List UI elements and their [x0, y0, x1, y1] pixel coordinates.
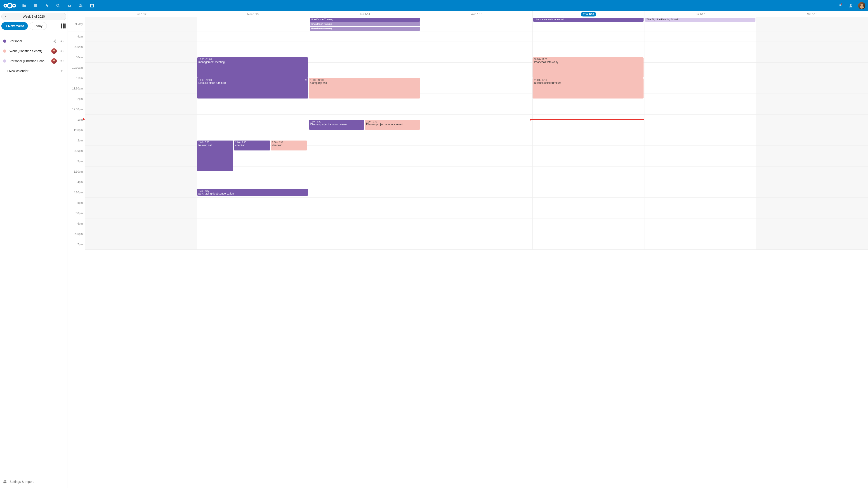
calendar-name: Personal	[9, 39, 53, 43]
event-time: 4:20 - 4:40	[198, 190, 307, 192]
day-column[interactable]	[756, 31, 868, 250]
svg-point-7	[850, 4, 852, 6]
user-avatar[interactable]	[858, 2, 865, 9]
calendar-more-icon[interactable]: •••	[59, 49, 64, 53]
time-label: 3:30pm	[68, 166, 85, 177]
event-time: 11:00 - 12:00	[310, 79, 418, 81]
day-header[interactable]: Sat 1/18	[756, 11, 868, 17]
nextcloud-logo[interactable]	[3, 2, 17, 9]
calendar-item[interactable]: Personal•••	[1, 36, 66, 46]
day-header[interactable]: Fri 1/17	[644, 11, 756, 17]
calendar-event[interactable]: 10:00 - 11:00management meeting	[197, 57, 308, 78]
time-label: 6:30pm	[68, 229, 85, 239]
event-time: 11:00 - 12:00	[534, 79, 642, 81]
calendar-color-dot	[3, 50, 6, 53]
time-label: 4pm	[68, 177, 85, 187]
svg-point-1	[4, 4, 7, 7]
reminder-bell-icon	[305, 79, 307, 81]
calendar-item[interactable]: Personal (Christine Scho...•••	[1, 56, 66, 66]
time-label: 11am	[68, 73, 85, 84]
mail-icon[interactable]	[64, 0, 75, 11]
allday-event[interactable]: Line dance training	[310, 22, 420, 26]
day-column[interactable]: 11:00 - 12:00Company call1:00 - 1:30Disc…	[309, 31, 421, 250]
plus-icon: +	[59, 68, 64, 74]
allday-cell[interactable]	[197, 17, 309, 31]
allday-event[interactable]: Line dance main rehearsal	[533, 18, 644, 22]
contacts-menu-icon[interactable]	[846, 0, 856, 11]
topbar	[0, 0, 868, 11]
day-column[interactable]: 10:00 - 11:00Phonecall with Abby11:00 - …	[532, 31, 644, 250]
day-header[interactable]: Mon 1/13	[197, 11, 309, 17]
notifications-icon[interactable]	[835, 0, 845, 11]
time-label: 3pm	[68, 156, 85, 166]
new-event-button[interactable]: + New event	[1, 22, 28, 30]
allday-event[interactable]: The Big Line Dancing Show!!!	[645, 18, 755, 22]
svg-point-3	[35, 5, 35, 5]
day-label: Sun 1/12	[135, 13, 147, 16]
time-label: 2pm	[68, 135, 85, 146]
svg-point-5	[80, 4, 81, 6]
day-column[interactable]: 10:00 - 11:00management meeting11:00 - 1…	[197, 31, 309, 250]
calendar-event[interactable]: 1:00 - 1:30Discuss project announcement	[309, 120, 364, 130]
event-time: 11:00 - 12:00	[198, 79, 307, 81]
next-week-button[interactable]: ›	[58, 13, 66, 20]
event-time: 2:00 - 2:30	[272, 141, 306, 144]
settings-import-button[interactable]: Settings & import	[1, 477, 66, 487]
files-icon[interactable]	[19, 0, 30, 11]
calendar-event[interactable]: 11:00 - 12:00Company call	[309, 78, 420, 98]
new-calendar-button[interactable]: + New calendar+	[1, 66, 66, 76]
event-time: 10:00 - 11:00	[198, 58, 307, 61]
svg-point-6	[81, 4, 82, 5]
search-icon[interactable]	[53, 0, 64, 11]
time-label: 5:30pm	[68, 208, 85, 219]
date-range-label[interactable]: Week 3 of 2020	[10, 13, 58, 20]
time-label: 5pm	[68, 198, 85, 208]
calendar-event[interactable]: 11:00 - 12:00Discuss office furniture	[532, 78, 644, 98]
shared-by-avatar	[51, 58, 57, 64]
calendar-event[interactable]: 2:00 - 2:30check-in	[271, 140, 307, 151]
settings-label: Settings & import	[9, 480, 34, 484]
allday-cell[interactable]: Line dance main rehearsal	[532, 17, 644, 31]
event-title: Discuss project announcement	[366, 123, 418, 126]
prev-week-button[interactable]: ‹	[2, 13, 10, 20]
day-header[interactable]: Sun 1/12	[85, 11, 197, 17]
calendar-more-icon[interactable]: •••	[59, 59, 64, 63]
view-toggle-icon[interactable]	[61, 24, 66, 29]
allday-cell[interactable]: The Big Line Dancing Show!!!	[644, 17, 756, 31]
day-header[interactable]: Thu 1/16	[532, 11, 644, 17]
share-icon[interactable]	[53, 39, 57, 43]
allday-event[interactable]: Line Dance Training	[310, 18, 420, 22]
allday-cell[interactable]	[756, 17, 868, 31]
day-header[interactable]: Wed 1/15	[421, 11, 532, 17]
calendar-event[interactable]: 1:00 - 1:30Discuss project announcement	[365, 120, 420, 130]
now-indicator	[531, 119, 644, 120]
day-label: Mon 1/13	[247, 13, 258, 16]
day-column[interactable]	[421, 31, 532, 250]
calendar-event[interactable]: 2:00 - 3:30training call	[197, 140, 233, 171]
photos-icon[interactable]	[30, 0, 41, 11]
calendar-icon[interactable]	[86, 0, 98, 11]
calendar-item[interactable]: Work (Christine Schott)•••	[1, 46, 66, 56]
activity-icon[interactable]	[41, 0, 53, 11]
calendar-more-icon[interactable]: •••	[59, 39, 64, 43]
calendar-event[interactable]: 11:00 - 12:00Discuss office furniture	[197, 78, 308, 98]
day-header[interactable]: Tue 1/14	[309, 11, 421, 17]
allday-cell[interactable]	[421, 17, 532, 31]
time-label: 2:30pm	[68, 146, 85, 156]
calendar-event[interactable]: 10:00 - 11:00Phonecall with Abby	[532, 57, 644, 78]
time-label: 12pm	[68, 94, 85, 104]
svg-point-0	[7, 3, 12, 8]
allday-cell[interactable]: Line Dance TrainingLine dance trainingLi…	[309, 17, 421, 31]
contacts-icon[interactable]	[75, 0, 86, 11]
time-label: 10am	[68, 52, 85, 63]
calendar-event[interactable]: 4:20 - 4:40purchasing dept conversation	[197, 189, 308, 195]
time-label: 10:30am	[68, 63, 85, 73]
day-label: Fri 1/17	[696, 13, 705, 16]
day-column[interactable]	[644, 31, 756, 250]
allday-cell[interactable]	[85, 17, 197, 31]
allday-event[interactable]: Line dance training	[310, 27, 420, 31]
today-button[interactable]: Today	[30, 22, 46, 30]
day-column[interactable]	[85, 31, 197, 250]
event-title: training call	[198, 144, 232, 147]
calendar-event[interactable]: 2:00 - 2:30check-in	[234, 140, 270, 151]
